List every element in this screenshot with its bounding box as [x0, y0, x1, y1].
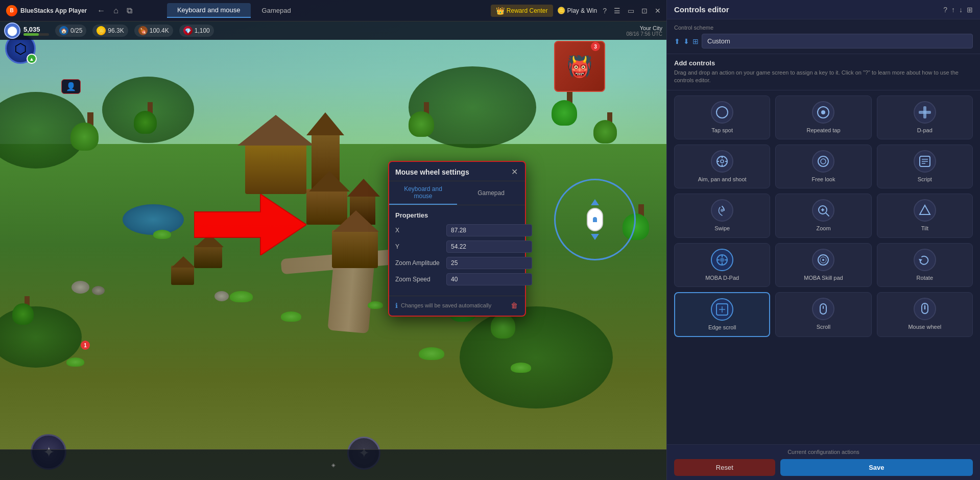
y-row: Y: [395, 241, 519, 253]
city-date: 08/16 7:56 UTC: [626, 31, 662, 37]
x-row: X: [395, 224, 519, 236]
modal-close-button[interactable]: ✕: [510, 167, 519, 177]
modal-tab-keyboard[interactable]: Keyboard and mouse: [389, 181, 457, 205]
scheme-label: Control scheme: [674, 25, 973, 31]
windows-button[interactable]: ⧉: [123, 4, 136, 17]
resource-bar: ⬤ 5,035 🏠 0/25 🪙 96.3K 🍖 100.4K 💎 1,100: [0, 21, 666, 40]
zoom-amplitude-input[interactable]: [446, 257, 532, 269]
y-input[interactable]: [446, 241, 532, 253]
score-group: 5,035: [23, 26, 49, 36]
modal-tab-gamepad[interactable]: Gamepad: [457, 181, 525, 205]
gems-resource: 💎 1,100: [179, 25, 214, 37]
x-input[interactable]: [446, 224, 532, 236]
save-button[interactable]: Save: [780, 459, 973, 476]
svg-marker-33: [919, 259, 922, 262]
svg-point-25: [720, 258, 724, 262]
control-tap-spot[interactable]: Tap spot: [674, 95, 770, 139]
script-label: Script: [918, 176, 932, 183]
properties-title: Properties: [395, 211, 519, 219]
scheme-copy-btn[interactable]: ⊞: [692, 37, 699, 45]
scheme-download-btn[interactable]: ⬇: [683, 37, 689, 45]
reward-center[interactable]: 👑 Reward Center: [491, 5, 553, 17]
control-moba-d-pad[interactable]: MOBA D-Pad: [674, 243, 770, 287]
control-zoom[interactable]: Zoom: [775, 194, 871, 237]
tree-3: [419, 102, 434, 137]
help-button[interactable]: ?: [601, 5, 608, 16]
back-button[interactable]: ←: [93, 4, 109, 17]
rotate-icon: [914, 249, 936, 271]
aim-pan-shoot-label: Aim, pan and shoot: [698, 176, 747, 183]
scroll-indicator: [554, 179, 636, 260]
quest-icon: 🏠: [59, 26, 68, 35]
gold-value: 96.3K: [108, 27, 124, 34]
mouse-wheel-label: Mouse wheel: [908, 323, 941, 330]
food-value: 100.4K: [150, 27, 169, 34]
control-edge-scroll[interactable]: Edge scroll: [674, 292, 770, 337]
zoom-speed-row: Zoom Speed: [395, 273, 519, 285]
tree-7: [562, 92, 577, 126]
scroll-label: Scroll: [817, 323, 831, 330]
add-controls-desc: Drag and drop an action on your game scr…: [674, 69, 973, 85]
import-button[interactable]: ↓: [959, 6, 963, 14]
control-tilt[interactable]: Tilt: [877, 194, 973, 237]
moba-skill-pad-label: MOBA Skill pad: [804, 274, 843, 281]
help-panel-button[interactable]: ?: [943, 6, 947, 14]
bluestacks-logo: B: [6, 5, 17, 16]
grass-1: [281, 311, 301, 322]
app-name: BlueStacks App Player: [20, 7, 87, 14]
scheme-upload-btn[interactable]: ⬆: [674, 37, 680, 45]
duplicate-button[interactable]: ⊞: [967, 6, 973, 14]
reset-button[interactable]: Reset: [674, 459, 775, 476]
svg-marker-23: [920, 205, 930, 214]
control-mouse-wheel[interactable]: Mouse wheel: [877, 292, 973, 337]
mouse-wheel-modal: Mouse wheel settings ✕ Keyboard and mous…: [388, 161, 526, 317]
control-moba-skill-pad[interactable]: MOBA Skill pad: [775, 243, 871, 287]
home-button[interactable]: ⌂: [109, 4, 123, 17]
menu-button[interactable]: ☰: [612, 5, 622, 16]
scroll-arrow-up: [591, 199, 599, 205]
share-button[interactable]: ↑: [951, 6, 955, 14]
gold-icon: 🪙: [97, 26, 106, 35]
svg-point-18: [721, 209, 724, 212]
score-value: 5,035: [23, 26, 49, 33]
zoom-amplitude-row: Zoom Amplitude: [395, 257, 519, 269]
maximize-button[interactable]: ⊡: [640, 5, 649, 16]
modal-title: Mouse wheel settings: [395, 168, 469, 176]
control-d-pad[interactable]: D-pad: [877, 95, 973, 139]
top-right-bar: 👑 Reward Center 🪙 Play & Win ? ☰ ▭ ⊡ ✕: [491, 5, 666, 17]
gems-value: 1,100: [195, 27, 210, 34]
rotate-label: Rotate: [917, 274, 933, 281]
control-rotate[interactable]: Rotate: [877, 243, 973, 287]
control-script[interactable]: Script: [877, 145, 973, 188]
panel-header-icons: ? ↑ ↓ ⊞: [943, 6, 973, 14]
gold-resource: 🪙 96.3K: [92, 25, 128, 37]
minimize-button[interactable]: ▭: [626, 5, 636, 16]
rock-2: [92, 286, 105, 295]
scheme-select[interactable]: Custom: [702, 34, 973, 49]
gamepad-tab[interactable]: Gamepad: [252, 4, 301, 17]
mouse-icon: [587, 208, 603, 231]
control-scroll[interactable]: Scroll: [775, 292, 871, 337]
keyboard-mouse-tab[interactable]: Keyboard and mouse: [167, 3, 251, 18]
zoom-icon: [812, 199, 834, 222]
zoom-speed-label: Zoom Speed: [395, 276, 446, 283]
control-repeated-tap[interactable]: Repeated tap: [775, 95, 871, 139]
grass-7: [511, 363, 531, 373]
control-swipe[interactable]: Swipe: [674, 194, 770, 237]
control-free-look[interactable]: Free look: [775, 145, 871, 188]
game-area: 👤 B BlueStacks App Player ← ⌂ ⧉ Keyboard…: [0, 0, 666, 480]
close-button[interactable]: ✕: [653, 5, 662, 16]
play-win[interactable]: 🪙 Play & Win: [557, 7, 597, 14]
top-tabs: Keyboard and mouse Gamepad: [167, 3, 301, 18]
grass-3: [153, 230, 171, 239]
svg-rect-5: [919, 111, 931, 114]
red-arrow: [194, 194, 296, 255]
panel-title: Controls editor: [674, 5, 729, 14]
food-icon: 🍖: [138, 26, 148, 35]
reward-center-label: Reward Center: [507, 7, 548, 14]
scheme-row: ⬆ ⬇ ⊞ Custom: [674, 34, 973, 49]
control-aim-pan-shoot[interactable]: Aim, pan and shoot: [674, 145, 770, 188]
zoom-speed-input[interactable]: [446, 273, 532, 285]
add-controls-section: Add controls Drag and drop an action on …: [667, 54, 980, 90]
delete-button[interactable]: 🗑: [510, 300, 519, 310]
